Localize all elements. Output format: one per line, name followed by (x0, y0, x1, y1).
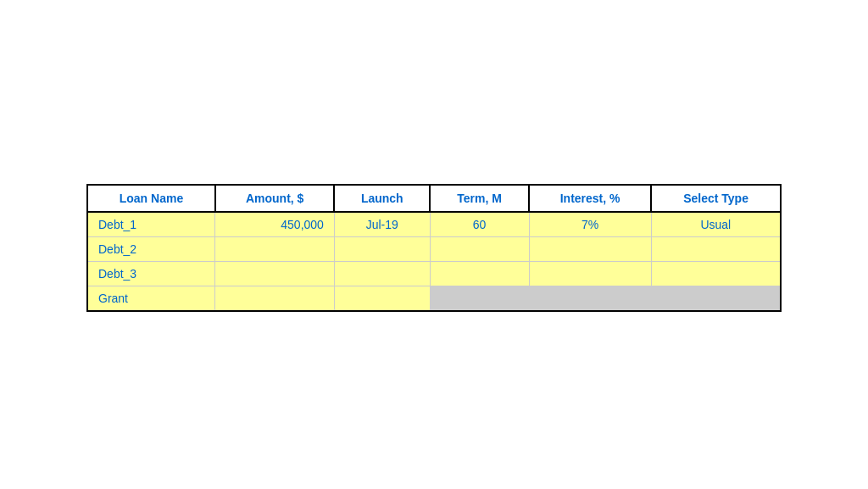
debt-table: Loan Name Amount, $ Launch Term, M Inter… (86, 184, 782, 312)
header-interest: Interest, % (529, 185, 651, 212)
table-body: Debt_1450,000Jul-19607%UsualDebt_2Debt_3… (87, 212, 781, 311)
cell-term[interactable] (430, 237, 529, 262)
cell-loan-name[interactable]: Debt_1 (87, 212, 215, 237)
table-row: Grant (87, 286, 781, 312)
header-amount: Amount, $ (215, 185, 334, 212)
table-header-row: Loan Name Amount, $ Launch Term, M Inter… (87, 185, 781, 212)
cell-select-type[interactable]: Usual (651, 212, 781, 237)
table-row: Debt_3 (87, 262, 781, 286)
cell-interest (529, 286, 651, 312)
header-loan-name: Loan Name (87, 185, 215, 212)
cell-loan-name[interactable]: Debt_2 (87, 237, 215, 262)
page-container: Loan Name Amount, $ Launch Term, M Inter… (0, 160, 868, 329)
cell-interest[interactable]: 7% (529, 212, 651, 237)
cell-amount[interactable]: 450,000 (215, 212, 334, 237)
cell-term[interactable]: 60 (430, 212, 529, 237)
cell-launch[interactable] (334, 262, 430, 286)
cell-amount[interactable] (215, 237, 334, 262)
cell-launch[interactable] (334, 237, 430, 262)
cell-select-type[interactable] (651, 237, 781, 262)
header-term: Term, M (430, 185, 529, 212)
cell-loan-name[interactable]: Grant (87, 286, 215, 312)
header-select-type: Select Type (651, 185, 781, 212)
cell-amount[interactable] (215, 286, 334, 312)
cell-launch[interactable]: Jul-19 (334, 212, 430, 237)
table-row: Debt_1450,000Jul-19607%Usual (87, 212, 781, 237)
cell-launch[interactable] (334, 286, 430, 312)
cell-interest[interactable] (529, 262, 651, 286)
cell-term (430, 286, 529, 312)
cell-loan-name[interactable]: Debt_3 (87, 262, 215, 286)
table-row: Debt_2 (87, 237, 781, 262)
cell-select-type[interactable] (651, 262, 781, 286)
cell-term[interactable] (430, 262, 529, 286)
cell-amount[interactable] (215, 262, 334, 286)
cell-select-type (651, 286, 781, 312)
cell-interest[interactable] (529, 237, 651, 262)
header-launch: Launch (334, 185, 430, 212)
